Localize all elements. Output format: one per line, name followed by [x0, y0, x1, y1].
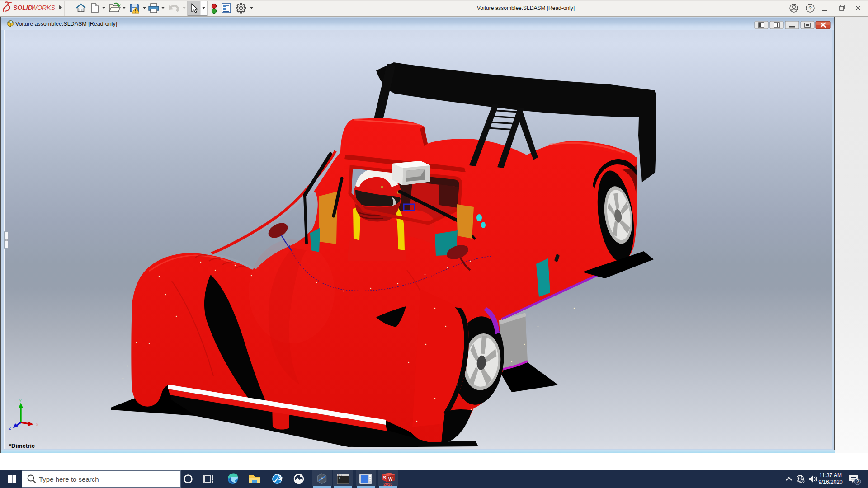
svg-text:SOLID: SOLID — [13, 4, 33, 11]
svg-text:Z: Z — [9, 426, 11, 431]
svg-text:2: 2 — [856, 479, 859, 485]
svg-text:?: ? — [809, 5, 812, 12]
svg-text:X: X — [36, 422, 38, 427]
svg-text:*Dimetric: *Dimetric — [9, 442, 35, 449]
svg-text:WORKS: WORKS — [31, 4, 56, 11]
svg-text:Y: Y — [19, 399, 22, 403]
